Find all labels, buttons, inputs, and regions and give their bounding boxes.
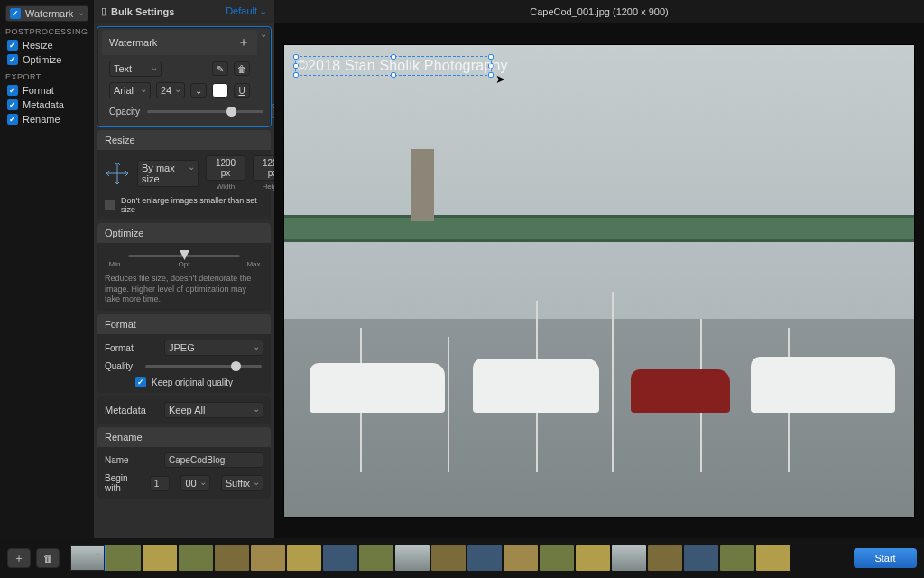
optimize-note: Reduces file size, doesn't deteriorate t… xyxy=(105,274,263,305)
width-input[interactable]: 1200 px xyxy=(206,155,245,181)
thumbnail[interactable] xyxy=(467,545,502,571)
sidebar-item-label: Resize xyxy=(23,40,53,51)
card-title: Optimize xyxy=(105,228,143,238)
sidebar-section-export: Export xyxy=(5,72,88,81)
metadata-label: Metadata xyxy=(105,405,153,415)
format-select[interactable]: JPEG xyxy=(164,340,263,356)
thumbnail[interactable] xyxy=(323,545,357,571)
thumbnail[interactable] xyxy=(504,545,538,571)
thumbnail[interactable] xyxy=(143,545,177,571)
card-title: Watermark xyxy=(109,37,157,48)
thumbnail-strip: Start xyxy=(0,538,924,578)
resize-mode-select[interactable]: By max size xyxy=(137,160,199,187)
opacity-input[interactable]: 75 xyxy=(271,104,274,118)
quality-label: Quality xyxy=(105,361,133,371)
height-input[interactable]: 1200 px xyxy=(253,155,274,181)
width-sublabel: Width xyxy=(217,182,235,191)
name-input[interactable]: CapeCodBlog xyxy=(164,452,263,468)
thumbnail[interactable] xyxy=(612,545,646,571)
add-image-button[interactable] xyxy=(7,548,31,568)
quality-slider[interactable] xyxy=(145,365,262,368)
checkbox-icon[interactable] xyxy=(7,99,18,110)
rename-card: Rename Name CapeCodBlog Begin with 1 00 … xyxy=(97,427,271,499)
add-watermark-button[interactable]: ＋ xyxy=(237,34,250,51)
preview-filename: CapeCod_001.jpg (1200 x 900) xyxy=(530,6,669,17)
preset-dropdown[interactable]: Default xyxy=(226,5,267,17)
begin-with-label: Begin with xyxy=(105,473,139,493)
thumbnail[interactable] xyxy=(395,545,430,571)
sidebar-item-label: Metadata xyxy=(23,99,64,110)
card-title: Format xyxy=(105,319,136,330)
sidebar-item-label: Optimize xyxy=(23,54,61,65)
keep-original-label: Keep original quality xyxy=(152,378,233,387)
dont-enlarge-checkbox[interactable] xyxy=(105,200,116,210)
keep-original-checkbox[interactable] xyxy=(135,377,146,387)
sidebar-item-label: Rename xyxy=(23,114,60,125)
begin-with-input[interactable]: 1 xyxy=(150,476,171,491)
format-card: Format Format JPEG Quality 80% xyxy=(97,314,271,393)
thumbnail[interactable] xyxy=(431,545,466,571)
sidebar-item-rename[interactable]: Rename xyxy=(5,112,88,126)
cursor-icon: ➤ xyxy=(495,72,505,86)
thumbnail[interactable] xyxy=(359,545,393,571)
panel-icon xyxy=(101,5,106,17)
checkbox-icon[interactable] xyxy=(7,85,18,96)
thumbnail[interactable] xyxy=(215,545,249,571)
watermark-overlay-text[interactable]: ©2018 Stan Sholik Photography xyxy=(297,58,508,74)
card-title: Rename xyxy=(105,432,143,443)
opacity-slider[interactable] xyxy=(147,110,263,113)
checkbox-icon[interactable] xyxy=(10,8,21,19)
thumbnail[interactable] xyxy=(576,545,610,571)
thumbnail[interactable] xyxy=(684,545,718,571)
watermark-card: Watermark ＋ Text ✎ 🗑 Ar xyxy=(97,27,271,126)
thumbnail[interactable] xyxy=(106,545,141,571)
sidebar-item-metadata[interactable]: Metadata xyxy=(5,98,88,112)
sidebar-item-label: Format xyxy=(23,85,54,96)
preview-image[interactable]: ©2018 Stan Sholik Photography ➤ xyxy=(283,44,915,518)
opacity-label: Opacity xyxy=(109,107,140,117)
size-stepper[interactable]: ⌄ xyxy=(190,83,207,98)
card-title: Resize xyxy=(105,135,135,145)
watermark-type-select[interactable]: Text xyxy=(109,61,162,77)
thumbnail[interactable] xyxy=(756,545,790,571)
underline-toggle[interactable]: U xyxy=(234,83,250,98)
preview-pane: CapeCod_001.jpg (1200 x 900) xyxy=(274,0,924,538)
thumbnail[interactable] xyxy=(179,545,213,571)
sidebar-item-label: Watermark xyxy=(25,8,73,19)
settings-title: Bulk Settings xyxy=(111,6,174,17)
opt-label: Opt xyxy=(175,260,193,268)
min-label: Min xyxy=(106,260,124,268)
font-size-select[interactable]: 24 xyxy=(156,82,185,98)
thumbnail[interactable] xyxy=(70,545,105,571)
checkbox-icon[interactable] xyxy=(7,114,18,125)
sidebar-item-format[interactable]: Format xyxy=(5,83,88,98)
digits-select[interactable]: 00 xyxy=(180,475,209,491)
delete-icon[interactable]: 🗑 xyxy=(234,61,250,76)
max-label: Max xyxy=(245,260,263,268)
delete-image-button[interactable] xyxy=(36,548,60,568)
thumbnail[interactable] xyxy=(648,545,682,571)
suffix-select[interactable]: Suffix xyxy=(221,475,263,491)
dont-enlarge-label: Don't enlarge images smaller than set si… xyxy=(121,196,263,214)
thumbnail[interactable] xyxy=(720,545,754,571)
sidebar-item-resize[interactable]: Resize xyxy=(5,38,88,52)
sidebar-item-optimize[interactable]: Optimize xyxy=(5,52,88,67)
color-swatch[interactable] xyxy=(212,83,228,98)
optimize-card: Optimize Min xyxy=(97,223,271,311)
thumbnail[interactable] xyxy=(540,545,574,571)
metadata-card: Metadata Keep All xyxy=(97,396,271,424)
resize-card: Resize By max size xyxy=(97,130,271,219)
sidebar-item-watermark[interactable]: Watermark xyxy=(5,5,88,22)
font-select[interactable]: Arial xyxy=(109,82,151,98)
name-label: Name xyxy=(105,455,153,465)
thumbnail[interactable] xyxy=(251,545,285,571)
edit-icon[interactable]: ✎ xyxy=(212,61,228,76)
metadata-select[interactable]: Keep All xyxy=(164,402,263,418)
checkbox-icon[interactable] xyxy=(7,54,18,65)
start-button[interactable]: Start xyxy=(854,548,917,568)
settings-panel: Bulk Settings Default Watermark ＋ Text xyxy=(94,0,274,538)
sidebar-section-postprocessing: Postprocessing xyxy=(5,27,88,36)
height-sublabel: Height xyxy=(262,182,274,191)
checkbox-icon[interactable] xyxy=(7,40,18,51)
thumbnail[interactable] xyxy=(287,545,321,571)
